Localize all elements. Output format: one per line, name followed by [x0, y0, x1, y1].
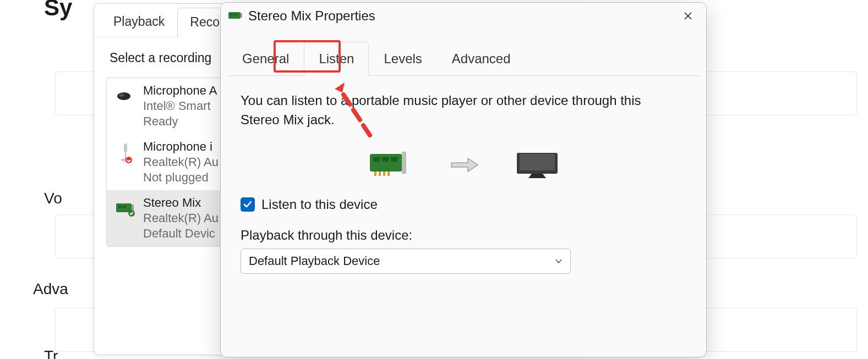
microphone-stand-icon	[114, 140, 137, 166]
properties-window: Stereo Mix Properties General Listen Lev…	[220, 2, 707, 357]
device-sub: Intel® Smart	[143, 99, 217, 113]
sound-card-icon	[114, 196, 137, 222]
svg-rect-15	[370, 154, 402, 172]
bg-label-tr: Tr	[44, 347, 58, 359]
svg-rect-21	[379, 172, 381, 176]
listen-tab-body: You can listen to a portable music playe…	[221, 76, 706, 289]
titlebar: Stereo Mix Properties	[221, 3, 706, 29]
svg-rect-14	[241, 13, 242, 18]
microphone-icon	[114, 84, 137, 110]
tab-listen[interactable]: Listen	[304, 42, 369, 76]
tab-playback[interactable]: Playback	[101, 7, 177, 37]
svg-rect-8	[123, 206, 126, 208]
svg-rect-22	[383, 172, 385, 176]
device-sub: Realtek(R) Au	[143, 211, 219, 225]
tab-general[interactable]: General	[227, 42, 304, 75]
bg-title-partial: Sy	[44, 0, 72, 21]
svg-rect-12	[230, 14, 233, 15]
svg-rect-18	[391, 157, 397, 162]
chevron-down-icon	[555, 257, 563, 265]
svg-point-0	[117, 92, 130, 100]
svg-rect-19	[402, 152, 406, 174]
svg-rect-2	[124, 143, 127, 152]
svg-rect-3	[125, 152, 126, 159]
arrow-right-icon	[449, 155, 480, 175]
listen-checkbox-label: Listen to this device	[261, 197, 378, 212]
device-name: Microphone A	[143, 84, 217, 98]
sound-card-icon	[368, 150, 414, 180]
playback-device-combo[interactable]: Default Playback Device	[241, 248, 571, 274]
svg-rect-16	[373, 157, 380, 162]
sound-card-icon	[228, 11, 243, 21]
device-name: Stereo Mix	[143, 196, 219, 210]
svg-point-1	[119, 93, 124, 97]
device-status: Default Devic	[143, 227, 219, 241]
listen-description: You can listen to a portable music playe…	[241, 91, 648, 130]
tab-levels[interactable]: Levels	[369, 42, 436, 75]
svg-rect-13	[234, 14, 237, 15]
bg-label-adv: Adva	[33, 280, 68, 298]
monitor-icon	[515, 150, 559, 180]
playback-through-label: Playback through this device:	[241, 228, 686, 243]
device-sub: Realtek(R) Au	[143, 155, 219, 169]
device-name: Microphone i	[143, 140, 219, 154]
bg-label-vo: Vo	[44, 190, 62, 207]
properties-tabs: General Listen Levels Advanced	[227, 41, 700, 76]
check-icon	[243, 200, 253, 209]
listen-illustration	[241, 150, 686, 180]
svg-rect-23	[387, 172, 390, 176]
listen-checkbox[interactable]	[241, 197, 255, 212]
device-status: Not plugged	[143, 170, 219, 185]
device-status: Ready	[143, 114, 217, 129]
svg-rect-20	[374, 172, 376, 176]
window-title: Stereo Mix Properties	[248, 8, 375, 24]
tab-advanced[interactable]: Advanced	[437, 42, 526, 75]
close-button[interactable]	[675, 6, 701, 26]
combo-value: Default Playback Device	[249, 254, 380, 268]
svg-rect-7	[118, 206, 122, 208]
close-icon	[684, 12, 692, 20]
svg-rect-17	[382, 157, 389, 162]
